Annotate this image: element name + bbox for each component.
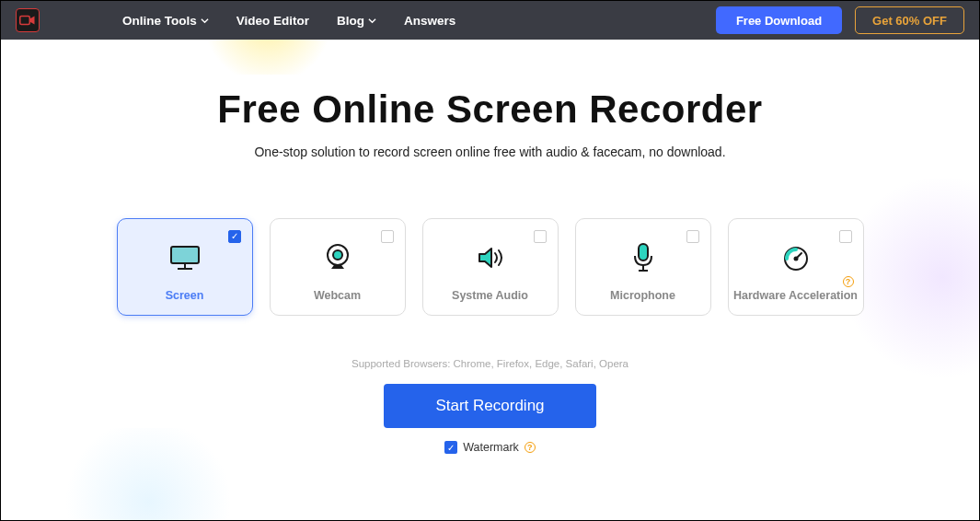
page-subtitle: One-stop solution to record screen onlin…: [1, 145, 979, 159]
svg-point-5: [333, 250, 342, 260]
supported-browsers: Supported Browsers: Chrome, Firefox, Edg…: [1, 358, 979, 369]
microphone-icon: [631, 242, 655, 277]
svg-rect-1: [171, 247, 199, 263]
card-label: Microphone: [610, 289, 675, 302]
checkbox[interactable]: [534, 230, 547, 243]
checkbox[interactable]: [228, 230, 241, 243]
gauge-icon: [780, 244, 812, 275]
free-download-button[interactable]: Free Download: [716, 6, 842, 34]
nav-links: Online Tools Video Editor Blog Answers: [122, 14, 455, 28]
watermark-label: Watermark: [463, 441, 519, 454]
top-nav: Online Tools Video Editor Blog Answers F…: [1, 1, 979, 40]
checkbox[interactable]: [686, 230, 699, 243]
start-row: Start Recording: [1, 384, 979, 428]
checkbox[interactable]: [381, 230, 394, 243]
screen-icon: [168, 244, 202, 275]
hero: Free Online Screen Recorder One-stop sol…: [1, 40, 979, 159]
chevron-down-icon: [201, 17, 209, 25]
card-microphone[interactable]: Microphone: [575, 218, 711, 316]
svg-rect-0: [20, 17, 30, 25]
watermark-checkbox[interactable]: ✓: [444, 441, 457, 454]
svg-rect-6: [639, 244, 648, 260]
card-label: Systme Audio: [452, 289, 528, 302]
option-cards: Screen Webcam Systme Audio Microphone ? …: [1, 218, 979, 316]
nav-link-label: Answers: [404, 14, 455, 28]
svg-line-11: [796, 253, 801, 259]
nav-link-label: Video Editor: [236, 14, 309, 28]
nav-link-label: Online Tools: [122, 14, 197, 28]
card-system-audio[interactable]: Systme Audio: [422, 218, 559, 316]
page-title: Free Online Screen Recorder: [1, 87, 979, 132]
info-icon[interactable]: ?: [843, 276, 854, 287]
nav-right: Free Download Get 60% OFF: [716, 6, 964, 34]
nav-link-label: Blog: [337, 14, 364, 28]
nav-answers[interactable]: Answers: [404, 14, 455, 28]
start-recording-button[interactable]: Start Recording: [384, 384, 595, 428]
card-label: Hardware Acceleration: [733, 289, 858, 302]
offer-button[interactable]: Get 60% OFF: [855, 6, 964, 34]
watermark-row: ✓ Watermark ?: [1, 441, 979, 454]
nav-blog[interactable]: Blog: [337, 14, 376, 28]
nav-video-editor[interactable]: Video Editor: [236, 14, 309, 28]
chevron-down-icon: [368, 17, 376, 25]
webcam-icon: [322, 243, 353, 276]
card-screen[interactable]: Screen: [117, 218, 253, 316]
card-label: Screen: [166, 289, 204, 302]
speaker-icon: [476, 245, 505, 274]
nav-online-tools[interactable]: Online Tools: [122, 14, 209, 28]
logo-icon: [19, 14, 36, 27]
logo[interactable]: [16, 8, 40, 32]
checkbox[interactable]: [839, 230, 852, 243]
info-icon[interactable]: ?: [525, 442, 536, 453]
card-hardware-acceleration[interactable]: ? Hardware Acceleration: [728, 218, 864, 316]
card-label: Webcam: [314, 289, 361, 302]
card-webcam[interactable]: Webcam: [270, 218, 406, 316]
